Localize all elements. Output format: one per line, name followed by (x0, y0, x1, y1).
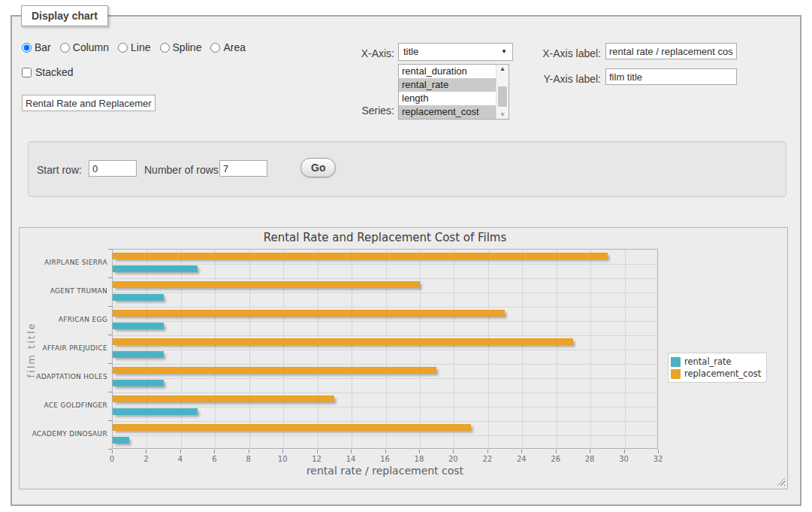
bar-replacement_cost (113, 310, 505, 317)
gridline-y (113, 364, 657, 365)
y-tick-mark (108, 277, 112, 278)
x-tick-label: 16 (370, 455, 400, 463)
series-listbox[interactable]: rental_durationrental_ratelengthreplacem… (398, 64, 509, 120)
x-tick-label: 20 (438, 455, 468, 463)
chart-type-radio-line[interactable] (118, 43, 128, 53)
x-tick-mark (590, 450, 590, 453)
bar-rental_rate (113, 294, 164, 301)
gridline-y (113, 321, 657, 322)
y-axis-label-label: Y-Axis label: (526, 73, 601, 85)
bar-rental_rate (113, 265, 198, 272)
legend-label: rental_rate (684, 356, 732, 367)
x-tick-label: 4 (165, 455, 195, 463)
category-label: AGENT TRUMAN (20, 287, 107, 295)
x-axis-label-input[interactable] (605, 43, 737, 59)
x-tick-label: 14 (336, 455, 366, 463)
category-label: AIRPLANE SIERRA (20, 259, 107, 266)
gridline-x (283, 250, 284, 448)
y-axis-label-input[interactable] (605, 68, 737, 85)
chart-type-radio-bar[interactable] (22, 43, 32, 53)
stacked-checkbox[interactable] (22, 68, 32, 77)
x-tick-mark (317, 450, 318, 453)
y-tick-mark (108, 306, 112, 307)
chart-type-radio-group: BarColumnLineSplineArea (22, 41, 252, 53)
gridline-x (249, 250, 250, 448)
x-tick-label: 0 (97, 455, 127, 463)
number-of-rows-label: Number of rows: (144, 164, 222, 176)
x-axis-select[interactable]: title ▼ (398, 43, 513, 61)
category-label: ACE GOLDFINGER (20, 401, 107, 409)
fieldset-legend: Display chart (21, 5, 108, 26)
x-tick-label: 12 (302, 455, 332, 463)
bar-rental_rate (113, 351, 164, 358)
chart-type-radio-spline[interactable] (160, 43, 170, 53)
legend-row: replacement_cost (671, 368, 761, 380)
y-tick-mark (108, 335, 112, 335)
y-tick-mark (108, 449, 112, 450)
go-button[interactable]: Go (300, 158, 336, 177)
chart-title-input[interactable] (22, 95, 155, 111)
bar-replacement_cost (113, 281, 420, 288)
y-tick-mark (108, 392, 112, 392)
category-label: AFRICAN EGG (20, 316, 107, 323)
x-tick-label: 2 (131, 455, 161, 463)
chart-legend: rental_ratereplacement_cost (668, 353, 767, 383)
page: Display chart BarColumnLineSplineArea St… (0, 0, 812, 512)
gridline-x (146, 250, 147, 448)
gridline-y (113, 335, 657, 336)
scroll-down-icon[interactable]: ▼ (497, 111, 509, 118)
chart-type-radio-area[interactable] (210, 43, 220, 53)
scrollbar-thumb[interactable] (498, 86, 507, 107)
gridline-x (215, 250, 216, 448)
gridline-y (113, 407, 657, 407)
x-tick-mark (556, 450, 557, 453)
chart-type-label: Area (223, 41, 246, 53)
number-of-rows-input[interactable] (219, 160, 267, 177)
x-tick-mark (385, 450, 386, 453)
chart-type-radio-column[interactable] (60, 43, 70, 53)
legend-swatch-rental_rate (671, 357, 681, 367)
start-row-input[interactable] (89, 160, 137, 177)
bar-replacement_cost (113, 253, 608, 259)
category-label: ACADEMY DINOSAUR (20, 430, 107, 438)
x-tick-mark (146, 450, 146, 453)
x-tick-mark (351, 450, 352, 453)
bar-rental_rate (113, 408, 198, 415)
series-option-rental_rate[interactable]: rental_rate (399, 78, 497, 92)
gridline-x (522, 250, 523, 448)
series-listbox-scrollbar[interactable]: ▲ ▼ (496, 65, 509, 119)
gridline-y (113, 378, 657, 379)
bar-replacement_cost (113, 367, 436, 374)
gridline-x (625, 250, 626, 448)
bar-replacement_cost (113, 395, 334, 402)
gridline-x (386, 250, 387, 448)
legend-swatch-replacement_cost (671, 369, 681, 379)
stacked-checkbox-row: Stacked (22, 66, 74, 78)
gridline-y (113, 350, 657, 350)
gridline-y (113, 264, 657, 265)
x-tick-mark (624, 450, 625, 453)
series-option-length[interactable]: length (399, 92, 497, 105)
bar-rental_rate (113, 437, 129, 444)
x-tick-mark (658, 450, 659, 453)
chart-title: Rental Rate and Replacement Cost of Film… (112, 231, 658, 244)
x-tick-mark (282, 450, 283, 453)
resize-handle-icon[interactable] (777, 478, 785, 486)
gridline-x (454, 250, 454, 448)
scroll-up-icon[interactable]: ▲ (497, 65, 509, 72)
gridline-x (420, 250, 421, 448)
x-tick-mark (249, 450, 249, 453)
y-tick-mark (108, 249, 112, 250)
x-tick-mark (488, 450, 488, 453)
gridline-y (113, 307, 657, 308)
x-axis-title: rental rate / replacement cost (112, 465, 658, 477)
x-tick-mark (112, 450, 113, 453)
series-option-replacement_cost[interactable]: replacement_cost (399, 105, 497, 119)
gridline-x (318, 250, 318, 448)
gridline-y (113, 278, 657, 279)
y-tick-mark (108, 363, 112, 364)
gridline-y (113, 392, 657, 393)
series-option-rental_duration[interactable]: rental_duration (399, 65, 497, 78)
stacked-label: Stacked (35, 66, 74, 78)
x-tick-label: 28 (575, 455, 605, 463)
